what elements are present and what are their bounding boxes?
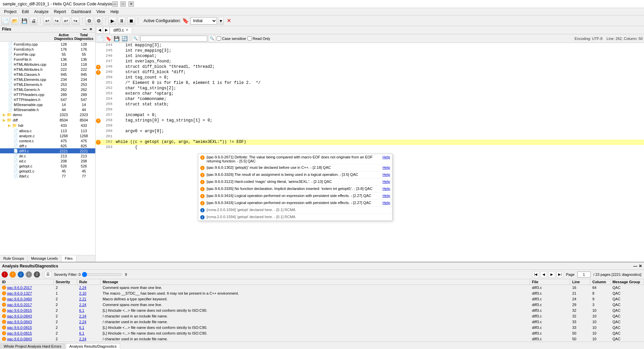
file-item[interactable]: 📄 MStreamable.cpp 14 14 <box>0 102 95 107</box>
undo2-button[interactable]: ↩ <box>62 17 70 25</box>
settings-button[interactable]: ⚙ <box>85 17 93 25</box>
menu-view[interactable]: View <box>94 9 108 15</box>
diag-filter5[interactable]: 2 <box>34 271 40 278</box>
table-row[interactable]: ! qac-9.6.0-0843 2 2.24 / character used… <box>0 336 644 342</box>
file-item[interactable]: 📄 ed.c 208 208 <box>0 158 95 163</box>
diag-info-filter[interactable]: i <box>17 271 24 278</box>
page-input[interactable] <box>577 271 591 278</box>
menu-project[interactable]: Project <box>1 9 19 15</box>
tab-files[interactable]: Files <box>61 255 76 262</box>
restore-button[interactable]: □ <box>120 1 126 7</box>
config-dropdown[interactable]: ▾ <box>218 17 224 25</box>
menu-analyze[interactable]: Analyze <box>32 9 51 15</box>
save-button[interactable]: 💾 <box>20 17 28 25</box>
file-item[interactable]: 📄 FormEntry.h 176 176 <box>0 47 95 52</box>
file-item[interactable]: 📄 HTMLElements.h 253 253 <box>0 82 95 87</box>
tab-close[interactable]: ✕ <box>125 28 128 32</box>
popup-help[interactable]: Help <box>382 201 390 205</box>
popup-help[interactable]: Help <box>382 155 390 159</box>
file-item[interactable]: 📄 HTMLAttributes.h 222 222 <box>0 67 95 72</box>
table-row[interactable]: ! qac-9.6.0-0843 2 2.24 / character used… <box>0 313 644 319</box>
file-item[interactable]: ▶ 📁 demo 2323 2323 <box>0 112 95 117</box>
diag-table[interactable]: ID Severity Rule Message File Line Colum… <box>0 279 644 342</box>
close-button[interactable]: ✕ <box>128 1 134 7</box>
ed-save[interactable]: 💾 <box>113 35 120 42</box>
menu-dashboard[interactable]: Dashboard <box>69 9 94 15</box>
nav-back[interactable]: ◀ <box>96 27 103 34</box>
read-only-checkbox[interactable] <box>248 36 252 41</box>
ed-nav1[interactable]: 📄 <box>97 35 104 42</box>
diag-id[interactable]: qac-9.6.0-0815 <box>7 326 32 330</box>
table-row[interactable]: ! qac-9.6.0-2017 2 2.24 Comment spans mo… <box>0 302 644 308</box>
file-item[interactable]: 📄 HTMLElements.cpp 234 234 <box>0 77 95 82</box>
file-item[interactable]: ▶ 📁 diff 8504 8504 <box>0 117 95 123</box>
file-item[interactable]: 📄 context.c 475 475 <box>0 138 95 143</box>
diag-id[interactable]: qac-9.6.0-0815 <box>7 331 32 335</box>
diag-id[interactable]: qac-9.6.0-1327 <box>7 291 32 295</box>
minimize-button[interactable]: — <box>112 1 118 7</box>
file-item[interactable]: 📄 HTTPHeaders.cpp 289 289 <box>0 92 95 97</box>
files-panel-minimize[interactable]: — <box>82 27 88 32</box>
diag-id[interactable]: qac-9.6.0-2017 <box>7 303 32 307</box>
ed-search-icon[interactable]: 🔍 <box>132 35 139 42</box>
file-item[interactable]: 📄 HTTPHeaders.h 547 547 <box>0 97 95 102</box>
ed-nav2[interactable]: 🔖 <box>105 35 112 42</box>
diag-filter4[interactable]: i <box>25 271 32 278</box>
nav-forward[interactable]: ▶ <box>103 27 110 34</box>
file-item[interactable]: 📄 analyze.c 1268 1268 <box>0 133 95 138</box>
case-sensitive-checkbox[interactable] <box>217 36 221 41</box>
redo2-button[interactable]: ↪ <box>71 17 79 25</box>
page-prev[interactable]: ◀ <box>540 271 547 278</box>
config-select[interactable]: Initial <box>190 17 217 24</box>
editor-tab-diff3c[interactable]: diff3.c ✕ <box>110 27 132 34</box>
diag-error-filter[interactable]: ! <box>1 271 8 278</box>
ed-reload[interactable]: 🔄 <box>121 35 128 42</box>
table-row[interactable]: ! qac-9.6.0-0815 2 6.1 [L] #include <...… <box>0 331 644 336</box>
file-item[interactable]: 📄 ifdef.c 77 77 <box>0 173 95 179</box>
severity-slider[interactable] <box>82 273 122 276</box>
file-item[interactable]: 📄 getopt1.c 45 45 <box>0 168 95 173</box>
undo-button[interactable]: ↩ <box>43 17 51 25</box>
table-row[interactable]: ! qac-9.6.0-1327 1 2.10 The macro __STDC… <box>0 291 644 296</box>
tab-message-levels[interactable]: Message Levels <box>28 255 62 262</box>
ed-search-btn[interactable]: 🔍 <box>209 35 215 42</box>
code-editor[interactable]: 244 int mapping[3]; 245 int rev_mapping[… <box>96 43 644 262</box>
print-button[interactable]: 🖨 <box>30 17 38 25</box>
bottom-minimize[interactable]: — <box>633 264 637 268</box>
table-row[interactable]: ! qac-9.6.0-0843 2 2.24 / character used… <box>0 319 644 325</box>
file-item[interactable]: 📄 diff3.c 2221 2221 <box>0 148 95 153</box>
analyze2-button[interactable]: ⏸ <box>118 17 126 25</box>
popup-help[interactable]: Help <box>382 172 390 177</box>
diag-id[interactable]: qac-9.6.0-2017 <box>7 286 32 290</box>
file-item[interactable]: 📄 FormFile.cpp 55 55 <box>0 52 95 57</box>
file-item[interactable]: 📄 dir.c 213 213 <box>0 153 95 158</box>
file-item[interactable]: 📄 diff.c 825 825 <box>0 143 95 148</box>
bottom-close[interactable]: ✕ <box>639 264 642 268</box>
table-row[interactable]: ! qac-9.6.0-0815 2 6.1 [L] #include <...… <box>0 325 644 331</box>
files-panel-close[interactable]: ✕ <box>88 27 93 32</box>
table-row[interactable]: ! qac-9.6.0-2017 2 2.24 Comment spans mo… <box>0 285 644 291</box>
file-item[interactable]: 📄 HTMLClasses.h 945 945 <box>0 72 95 77</box>
popup-help[interactable]: Help <box>382 165 390 169</box>
file-item[interactable]: ▶ 📁 hdr 433 433 <box>0 123 95 128</box>
diag-id[interactable]: qac-9.6.0-0843 <box>7 320 32 324</box>
tab-diagnostics[interactable]: Analysis Results/Diagnostics <box>66 343 120 349</box>
tab-hard-errors[interactable]: Whole Project Analysis Hard Errors <box>0 343 65 349</box>
open-button[interactable]: 📂 <box>11 17 19 25</box>
search-input[interactable] <box>140 36 207 42</box>
diag-id[interactable]: qac-9.6.0-3460 <box>7 297 32 301</box>
diag-id[interactable]: qac-9.6.0-0843 <box>7 314 32 318</box>
config-action[interactable]: ✕ <box>225 17 233 25</box>
diag-id[interactable]: qac-9.6.0-0843 <box>7 337 32 341</box>
table-row[interactable]: ! qac-9.6.0-0815 2 6.1 [L] #include <...… <box>0 308 644 313</box>
file-item[interactable]: 📄 getopt.c 526 526 <box>0 163 95 168</box>
table-row[interactable]: ! qac-9.6.0-3460 2 2.21 Macro defines a … <box>0 296 644 302</box>
diag-menu[interactable]: ☰ <box>45 271 51 278</box>
popup-help[interactable]: Help <box>382 187 390 191</box>
file-item[interactable]: 📄 HTMLAttributes.cpp 118 118 <box>0 62 95 67</box>
menu-edit[interactable]: Edit <box>19 9 32 15</box>
page-next[interactable]: ▶ <box>548 271 555 278</box>
diag-id[interactable]: qac-9.6.0-0815 <box>7 308 32 312</box>
new-button[interactable]: 📄 <box>1 17 9 25</box>
files-table[interactable]: 📄 FormEntry.cpp 128 128 📄 FormEntry.h 17… <box>0 42 95 255</box>
